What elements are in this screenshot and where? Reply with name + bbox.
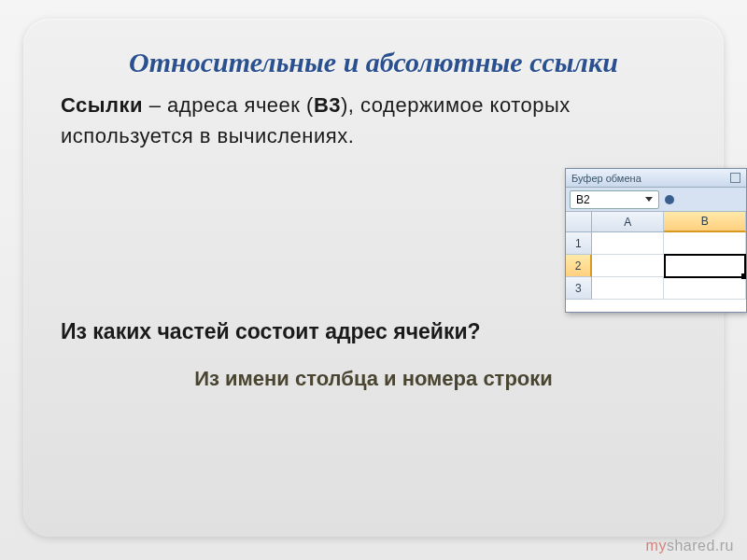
formula-bar-row: B2 <box>566 188 746 212</box>
cell-a3[interactable] <box>592 277 665 300</box>
clipboard-group-label: Буфер обмена <box>566 169 746 188</box>
column-header-a[interactable]: A <box>592 212 665 232</box>
chevron-down-icon[interactable] <box>645 197 653 202</box>
row-header-1[interactable]: 1 <box>566 232 592 255</box>
answer-text: Из имени столбца и номера строки <box>61 367 686 391</box>
watermark: myshared.ru <box>646 538 734 554</box>
name-box[interactable]: B2 <box>570 190 659 209</box>
slide-title: Относительные и абсолютные ссылки <box>61 47 686 78</box>
select-all-corner[interactable] <box>566 212 592 232</box>
body-after-lead: – адреса ячеек ( <box>143 93 314 117</box>
fx-icon[interactable] <box>665 195 674 204</box>
name-box-value: B2 <box>576 193 590 206</box>
row-header-2[interactable]: 2 <box>566 255 592 277</box>
watermark-prefix: my <box>646 538 667 553</box>
watermark-suffix: shared.ru <box>667 538 734 553</box>
cell-b1[interactable] <box>664 232 746 255</box>
dialog-launcher-icon[interactable] <box>730 173 740 183</box>
body-cell-ref: В3 <box>314 93 341 117</box>
cell-a2[interactable] <box>592 255 665 277</box>
spreadsheet-grid[interactable]: A B 1 2 3 <box>566 212 746 300</box>
cell-b3[interactable] <box>664 277 746 300</box>
body-text: Ссылки – адреса ячеек (В3), содержимое к… <box>61 90 686 151</box>
cell-b2-active[interactable] <box>664 254 746 278</box>
question-text: Из каких частей состоит адрес ячейки? <box>61 319 686 344</box>
cell-a1[interactable] <box>592 232 665 255</box>
body-lead: Ссылки <box>61 93 143 117</box>
excel-screenshot: Буфер обмена B2 A B 1 2 3 <box>565 168 747 313</box>
row-header-3[interactable]: 3 <box>566 277 592 300</box>
column-header-b[interactable]: B <box>664 212 746 232</box>
clipboard-text: Буфер обмена <box>571 173 641 184</box>
